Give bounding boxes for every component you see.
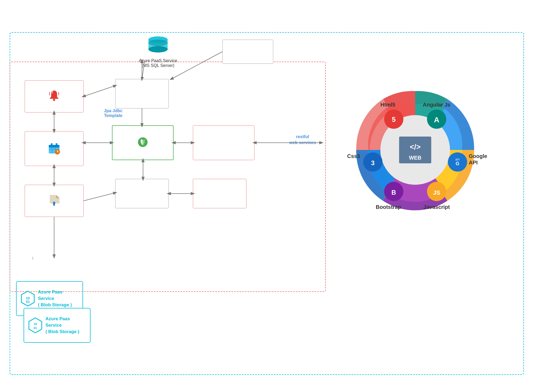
svg-text:5: 5 — [392, 115, 396, 123]
web-tech-wheel: </> WEB 5 A G API JS B 3 Html5 Angular J… — [332, 67, 498, 233]
themeleaf-box — [193, 179, 246, 208]
svg-text:10: 10 — [33, 322, 37, 326]
wheel-svg: </> WEB 5 A G API JS B 3 Html5 Angular J… — [332, 67, 498, 233]
svg-text:WEB: WEB — [409, 155, 422, 161]
restful-label: restfulweb services — [289, 134, 316, 146]
spring-box — [112, 125, 174, 160]
svg-text:JS: JS — [433, 189, 440, 196]
javamail-box — [115, 179, 169, 208]
fileupload-icon — [48, 194, 61, 207]
svg-point-2 — [148, 46, 168, 52]
svg-text:Bootstrap: Bootstrap — [376, 204, 401, 210]
svg-rect-8 — [51, 143, 52, 146]
page-title — [0, 0, 540, 10]
shiro-box — [193, 125, 254, 160]
azure-paas-db-label: Azure PaaS Service(MS SQL Server) — [131, 58, 185, 68]
notifications-box — [25, 80, 84, 112]
svg-text:A: A — [434, 116, 439, 124]
azure-paas-db: Azure PaaS Service(MS SQL Server) — [131, 35, 185, 68]
svg-text:01: 01 — [33, 326, 37, 330]
bell-icon — [48, 89, 61, 102]
svg-rect-18 — [56, 198, 59, 203]
svg-text:</>: </> — [410, 143, 421, 151]
svg-text:B: B — [391, 189, 396, 196]
svg-text:Angular Js: Angular Js — [423, 102, 450, 108]
keyvault-box — [222, 40, 273, 64]
svg-rect-9 — [56, 143, 57, 146]
svg-text:3: 3 — [371, 159, 374, 167]
svg-point-4 — [148, 40, 168, 46]
blob-label: Azure Paas Service( Blob Storage ) — [38, 289, 78, 308]
blob-icon: 1001 — [21, 290, 35, 307]
apicalls-label: ↓ — [32, 255, 34, 261]
jpa-label: Jpa JdbcTemplate — [104, 108, 122, 118]
svg-text:API: API — [455, 158, 460, 161]
svg-text:Google: Google — [469, 153, 487, 159]
svg-text:API: API — [469, 160, 478, 165]
svg-rect-21 — [53, 203, 55, 206]
blob-storage-icon: 10 01 — [28, 317, 42, 334]
svg-text:G: G — [456, 161, 459, 166]
svg-rect-16 — [50, 195, 56, 203]
blob-storage-label: Azure Paas Service( Blob Storage ) — [46, 316, 86, 335]
db-icon — [147, 35, 169, 56]
svg-text:Html5: Html5 — [380, 102, 395, 108]
jasypt-box — [115, 79, 169, 108]
svg-rect-7 — [49, 145, 59, 148]
schedulers-box — [25, 131, 84, 166]
svg-text:Javascript: Javascript — [423, 204, 450, 210]
schedulers-icon — [48, 142, 61, 155]
svg-text:1001: 1001 — [26, 296, 30, 304]
svg-text:Css3: Css3 — [347, 153, 360, 159]
svg-point-5 — [53, 99, 55, 101]
spring-icon — [137, 137, 148, 148]
svg-marker-19 — [56, 195, 59, 198]
blob-storage-box: 10 01 Azure Paas Service( Blob Storage ) — [24, 308, 91, 343]
fileupload-box — [25, 185, 84, 217]
